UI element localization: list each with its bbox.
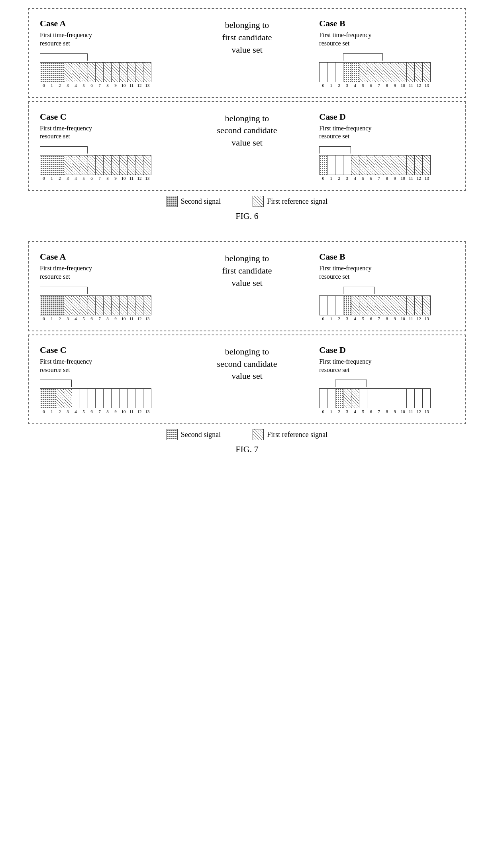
figure-6-container: Case A First time-frequencyresource set <box>28 8 466 229</box>
fig7-case-b-subtitle: First time-frequencyresource set <box>319 264 371 281</box>
fig6-legend: Second signal First reference signal <box>28 196 466 207</box>
fig6-case-c-numbers: 0 1 2 3 4 5 6 7 8 9 10 11 12 13 <box>40 176 151 181</box>
fig7-case-a-subtitle: First time-frequencyresource set <box>40 264 92 281</box>
fig7-box1-row: Case A First time-frequencyresource set <box>35 248 459 324</box>
fig7-case-b-numbers: 0 1 2 3 4 5 6 7 8 9 10 11 12 13 <box>319 316 431 321</box>
fig7-box2: Case C First time-frequencyresource set <box>28 335 466 425</box>
fig7-case-a: Case A First time-frequencyresource set <box>35 248 180 324</box>
fig7-legend-first-ref: First reference signal <box>253 429 327 440</box>
fig7-case-d-grid <box>319 388 431 408</box>
fig6-legend-second-signal: Second signal <box>167 196 221 207</box>
fig6-case-c-grid <box>40 155 151 175</box>
fig7-legend-second-signal-label: Second signal <box>181 431 221 439</box>
fig7-case-c-subtitle: First time-frequencyresource set <box>40 358 92 374</box>
fig7-box1: Case A First time-frequencyresource set <box>28 241 466 331</box>
fig7-case-b-title: Case B <box>319 252 345 262</box>
fig6-box2: Case C First time-frequencyresource set <box>28 101 466 191</box>
figure-7-container: Case A First time-frequencyresource set <box>28 241 466 463</box>
fig6-case-a-title: Case A <box>40 18 66 29</box>
fig6-case-b-numbers: 0 1 2 3 4 5 6 7 8 9 10 11 12 13 <box>319 83 431 88</box>
fig7-case-a-grid <box>40 295 151 315</box>
fig7-legend-hatch-icon <box>253 429 264 440</box>
fig6-case-d-subtitle: First time-frequencyresource set <box>319 124 371 141</box>
fig6-legend-hatch-icon <box>253 196 264 207</box>
fig7-case-b: Case B First time-frequencyresource set <box>314 248 459 324</box>
fig7-legend-dots-icon <box>167 429 178 440</box>
fig6-case-b-title: Case B <box>319 18 345 29</box>
fig6-box1-row: Case A First time-frequencyresource set <box>35 15 459 91</box>
fig7-label: FIG. 7 <box>28 444 466 455</box>
fig7-case-d-numbers: 0 1 2 3 4 5 6 7 8 9 10 11 12 13 <box>319 409 431 414</box>
fig6-case-c-subtitle: First time-frequencyresource set <box>40 124 92 141</box>
fig6-label: FIG. 6 <box>28 211 466 221</box>
fig6-case-d-grid <box>319 155 431 175</box>
fig7-legend-second-signal: Second signal <box>167 429 221 440</box>
fig7-legend: Second signal First reference signal <box>28 429 466 440</box>
fig6-case-b: Case B First time-frequencyresource set <box>314 15 459 91</box>
fig6-legend-first-ref: First reference signal <box>253 196 327 207</box>
fig6-legend-second-signal-label: Second signal <box>181 197 221 206</box>
fig6-legend-dots-icon <box>167 196 178 207</box>
fig6-box1: Case A First time-frequencyresource set <box>28 8 466 98</box>
fig7-case-c-numbers: 0 1 2 3 4 5 6 7 8 9 10 11 12 13 <box>40 409 151 414</box>
fig7-legend-first-ref-label: First reference signal <box>267 431 327 439</box>
fig6-case-b-grid <box>319 62 431 82</box>
fig6-case-d-title: Case D <box>319 112 346 122</box>
fig6-box2-row: Case C First time-frequencyresource set <box>35 108 459 184</box>
fig6-case-a-subtitle: First time-frequencyresource set <box>40 31 92 48</box>
fig7-case-a-title: Case A <box>40 252 66 262</box>
fig7-box2-center-label: belonging tosecond candidatevalue set <box>180 342 315 382</box>
fig7-case-c-title: Case C <box>40 345 67 355</box>
fig6-case-a-numbers: 0 1 2 3 4 5 6 7 8 9 10 11 12 13 <box>40 83 151 88</box>
fig6-case-d: Case D First time-frequencyresource set <box>314 108 459 184</box>
fig6-case-b-subtitle: First time-frequencyresource set <box>319 31 371 48</box>
fig6-case-a: Case A First time-frequencyresource set <box>35 15 180 91</box>
fig7-box1-center-label: belonging tofirst candidatevalue set <box>180 248 315 289</box>
fig6-case-d-numbers: 0 1 2 3 4 5 6 7 8 9 10 11 12 13 <box>319 176 431 181</box>
fig7-case-a-numbers: 0 1 2 3 4 5 6 7 8 9 10 11 12 13 <box>40 316 151 321</box>
fig7-case-c: Case C First time-frequencyresource set <box>35 342 180 417</box>
fig6-case-c-title: Case C <box>40 112 67 122</box>
fig7-case-d-title: Case D <box>319 345 346 355</box>
fig6-case-c: Case C First time-frequencyresource set <box>35 108 180 184</box>
fig6-box2-center-label: belonging tosecond candidatevalue set <box>180 108 315 149</box>
fig7-case-b-grid <box>319 295 431 315</box>
fig7-case-c-grid <box>40 388 151 408</box>
fig7-case-d-subtitle: First time-frequencyresource set <box>319 358 371 374</box>
fig7-case-d: Case D First time-frequencyresource set <box>314 342 459 417</box>
fig6-case-a-grid <box>40 62 151 82</box>
fig6-legend-first-ref-label: First reference signal <box>267 197 327 206</box>
fig7-box2-row: Case C First time-frequencyresource set <box>35 342 459 417</box>
fig6-box1-center-label: belonging tofirst candidatevalue set <box>180 15 315 56</box>
